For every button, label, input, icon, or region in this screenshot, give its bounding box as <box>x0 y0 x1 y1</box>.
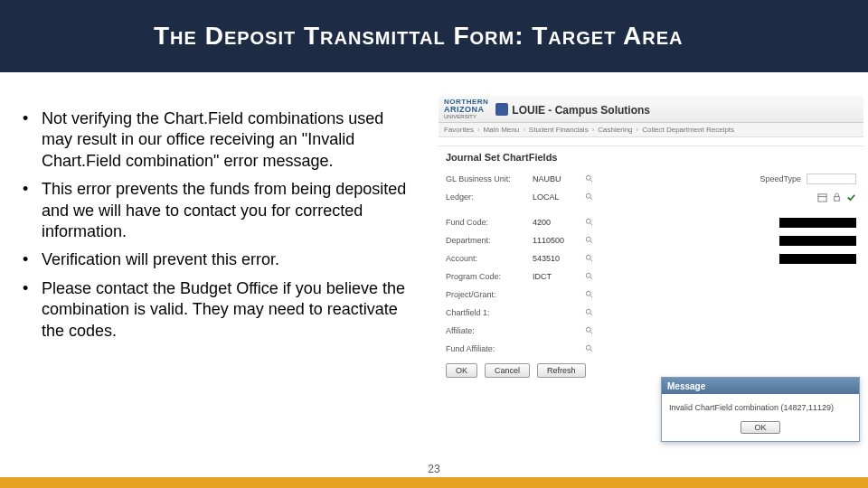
svg-line-10 <box>590 241 593 244</box>
check-icon[interactable] <box>846 192 856 202</box>
svg-point-9 <box>586 237 590 241</box>
breadcrumb-item[interactable]: Student Financials <box>529 126 589 134</box>
app-title: LOUIE - Campus Solutions <box>512 102 650 117</box>
svg-point-15 <box>586 291 590 296</box>
institution-logo: NORTHERN ARIZONA UNIVERSITY <box>444 99 488 119</box>
field-label-ledger: Ledger: <box>446 192 527 202</box>
form-title: Journal Set ChartFields <box>439 146 863 170</box>
ok-button[interactable]: OK <box>446 363 477 378</box>
svg-line-14 <box>590 277 593 280</box>
field-label: Fund Affiliate: <box>446 344 527 353</box>
redacted-bar <box>779 218 856 228</box>
svg-point-2 <box>586 193 590 198</box>
lookup-icon[interactable] <box>584 289 595 300</box>
redacted-bar <box>779 236 856 246</box>
lookup-icon[interactable] <box>584 271 595 282</box>
field-row: Department: 1110500 <box>446 231 856 249</box>
refresh-button[interactable]: Refresh <box>537 363 586 378</box>
speedtype-input[interactable] <box>807 174 856 184</box>
svg-rect-6 <box>835 196 840 201</box>
lookup-icon[interactable] <box>584 307 595 318</box>
bullet-list: Not verifying the Chart.Field combinatio… <box>18 108 416 342</box>
lookup-icon[interactable] <box>584 235 595 246</box>
svg-line-20 <box>590 332 593 334</box>
svg-rect-4 <box>818 193 826 201</box>
cancel-button[interactable]: Cancel <box>485 363 530 378</box>
field-label: Project/Grant: <box>446 290 527 299</box>
slide-title: The Deposit Transmittal Form: Target Are… <box>154 22 684 51</box>
field-value-bu: NAUBU <box>531 174 580 183</box>
svg-point-19 <box>586 327 590 332</box>
field-label: Program Code: <box>446 272 527 281</box>
logo-line-2: ARIZONA <box>444 106 488 114</box>
svg-point-0 <box>586 175 590 180</box>
field-row: Affiliate: <box>446 322 856 340</box>
app-header: NORTHERN ARIZONA UNIVERSITY LOUIE - Camp… <box>439 96 863 123</box>
redacted-bar <box>779 254 856 264</box>
footer-accent-bar <box>0 477 868 488</box>
field-row: Chartfield 1: <box>446 304 856 322</box>
svg-line-18 <box>590 314 593 316</box>
svg-point-11 <box>586 255 590 259</box>
svg-line-16 <box>590 296 593 298</box>
field-value[interactable]: 543510 <box>531 254 580 263</box>
field-value[interactable]: 4200 <box>531 218 580 227</box>
svg-line-8 <box>590 223 593 226</box>
svg-point-13 <box>586 273 590 277</box>
breadcrumb: Favorites› Main Menu› Student Financials… <box>439 123 863 137</box>
field-label: Account: <box>446 254 527 263</box>
svg-line-3 <box>590 198 593 201</box>
calendar-icon[interactable] <box>817 192 827 202</box>
field-row: Fund Affiliate: <box>446 340 856 358</box>
breadcrumb-item[interactable]: Collect Department Receipts <box>642 126 734 134</box>
lookup-icon[interactable] <box>584 325 595 336</box>
app-screenshot: NORTHERN ARIZONA UNIVERSITY LOUIE - Camp… <box>439 96 863 453</box>
dialog-message: Invalid ChartField combination (14827,11… <box>662 394 859 418</box>
field-value[interactable]: 1110500 <box>531 236 580 245</box>
bullet-item: Not verifying the Chart.Field combinatio… <box>18 108 416 172</box>
lookup-icon[interactable] <box>584 217 595 228</box>
svg-point-17 <box>586 309 590 314</box>
breadcrumb-item[interactable]: Cashiering <box>598 126 632 134</box>
svg-line-12 <box>590 259 593 262</box>
field-value[interactable]: IDCT <box>531 272 580 281</box>
message-dialog: Message Invalid ChartField combination (… <box>661 377 860 442</box>
field-row: Fund Code: 4200 <box>446 213 856 231</box>
body-text: Not verifying the Chart.Field combinatio… <box>18 108 416 349</box>
field-label: Chartfield 1: <box>446 308 527 317</box>
bullet-item: Please contact the Budget Office if you … <box>18 278 416 342</box>
svg-line-1 <box>590 180 593 183</box>
breadcrumb-item[interactable]: Main Menu <box>484 126 520 134</box>
field-label: Department: <box>446 236 527 245</box>
page-number: 23 <box>0 463 868 475</box>
logo-line-3: UNIVERSITY <box>444 114 488 119</box>
field-label: Fund Code: <box>446 218 527 227</box>
dialog-title: Message <box>662 378 859 394</box>
field-value-ledger: LOCAL <box>531 192 580 202</box>
lookup-icon[interactable] <box>584 192 595 202</box>
lock-icon[interactable] <box>832 192 842 202</box>
lookup-icon[interactable] <box>584 343 595 354</box>
svg-point-21 <box>586 345 590 350</box>
breadcrumb-item[interactable]: Favorites <box>444 126 474 134</box>
lookup-icon[interactable] <box>584 253 595 264</box>
speedtype-label: SpeedType <box>760 174 801 183</box>
svg-line-22 <box>590 350 593 352</box>
bullet-item: This error prevents the funds from being… <box>18 179 416 242</box>
field-label: Affiliate: <box>446 326 527 335</box>
field-row: Project/Grant: <box>446 286 856 304</box>
field-label-bu: GL Business Unit: <box>446 174 527 183</box>
field-row: Account: 543510 <box>446 249 856 267</box>
dialog-ok-button[interactable]: OK <box>741 421 779 434</box>
lookup-icon[interactable] <box>584 174 595 184</box>
bullet-item: Verification will prevent this error. <box>18 249 416 270</box>
app-logo-icon <box>495 103 508 116</box>
svg-point-7 <box>586 219 590 223</box>
field-row: Program Code: IDCT <box>446 267 856 286</box>
title-bar: The Deposit Transmittal Form: Target Are… <box>0 0 868 72</box>
